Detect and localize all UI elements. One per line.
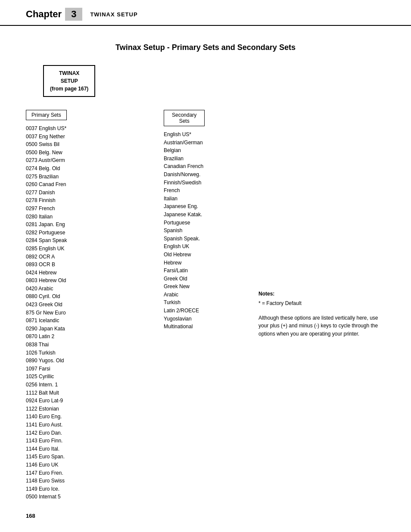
list-item: 0500 Internat 5 <box>26 493 146 501</box>
list-item: Greek Old <box>164 275 246 283</box>
twinax-box-line3: (from page 167) <box>50 86 88 92</box>
list-item: 0282 Portuguese <box>26 229 146 237</box>
list-item: Danish/Norweg. <box>164 171 246 179</box>
list-item: 0256 Intern. 1 <box>26 381 146 389</box>
list-item: 1143 Euro Finn. <box>26 437 146 445</box>
list-item: 1140 Euro Eng. <box>26 413 146 421</box>
list-item: 875 Gr New Euro <box>26 309 146 317</box>
list-item: 0420 Arabic <box>26 285 146 293</box>
list-item: 0260 Canad Fren <box>26 180 146 189</box>
list-item: 0893 OCR B <box>26 261 146 269</box>
list-item: Arabic <box>164 291 246 299</box>
list-item: Multinational <box>164 323 246 331</box>
list-item: 0281 Japan. Eng <box>26 221 146 229</box>
list-item: 0273 Austr/Germ <box>26 156 146 165</box>
list-item: 1122 Estonian <box>26 405 146 413</box>
primary-sets-box: Primary Sets <box>26 110 67 120</box>
list-item: 1145 Euro Span. <box>26 453 146 461</box>
list-item: 0924 Euro Lat-9 <box>26 397 146 405</box>
twinax-box-line2: SETUP <box>61 78 78 84</box>
list-item: Latin 2/ROECE <box>164 307 246 315</box>
list-item: Hebrew <box>164 259 246 267</box>
list-item: English UK <box>164 243 246 251</box>
secondary-sets-label: SecondarySets <box>172 112 196 124</box>
notes-title: Notes: <box>258 291 385 297</box>
list-item: 1141 Euro Aust. <box>26 421 146 429</box>
list-item: 0500 Swiss Bil <box>26 140 146 149</box>
secondary-sets-list: English US*Austrian/GermanBelgianBrazili… <box>164 131 246 331</box>
list-item: Spanish <box>164 227 246 235</box>
secondary-sets-box: SecondarySets <box>164 110 205 126</box>
list-item: 1026 Turkish <box>26 349 146 357</box>
list-item: Austrian/German <box>164 139 246 147</box>
list-item: 0285 English UK <box>26 245 146 253</box>
list-item: 0290 Japan Kata <box>26 325 146 333</box>
list-item: 1147 Euro Fren. <box>26 469 146 477</box>
list-item: 0892 OCR A <box>26 253 146 261</box>
list-item: 0277 Danish <box>26 189 146 197</box>
secondary-sets-column: SecondarySets English US*Austrian/German… <box>146 110 246 501</box>
list-item: 0871 Icelandic <box>26 317 146 325</box>
list-item: Turkish <box>164 299 246 307</box>
list-item: 0278 Finnish <box>26 196 146 205</box>
list-item: 0870 Latin 2 <box>26 333 146 341</box>
header-title: TWINAX SETUP <box>90 11 137 18</box>
notes-column: Notes: * = Factory Default Although thes… <box>246 110 385 501</box>
list-item: Yugoslavian <box>164 315 246 323</box>
list-item: Italian <box>164 195 246 203</box>
list-item: French <box>164 187 246 195</box>
twinax-setup-box: TWINAX SETUP (from page 167) <box>43 65 95 97</box>
list-item: 0274 Belg. Old <box>26 165 146 173</box>
list-item: 1097 Farsi <box>26 365 146 373</box>
list-item: 1112 Balt Mult <box>26 389 146 397</box>
list-item: 0424 Hebrew <box>26 269 146 277</box>
list-item: Japanese Katak. <box>164 211 246 219</box>
list-item: Spanish Speak. <box>164 235 246 243</box>
list-item: 0037 Eng Nether <box>26 133 146 141</box>
list-item: Japanese Eng. <box>164 202 246 211</box>
chapter-label: Chapter <box>26 9 62 20</box>
primary-sets-column: Primary Sets 0037 English US*0037 Eng Ne… <box>26 110 146 501</box>
main-content: Primary Sets 0037 English US*0037 Eng Ne… <box>26 110 385 501</box>
list-item: 1144 Euro Ital. <box>26 445 146 453</box>
page-title: Twinax Setup - Primary Sets and Secondar… <box>26 43 385 52</box>
twinax-box-line1: TWINAX <box>59 70 79 76</box>
list-item: 0880 Cyril. Old <box>26 292 146 301</box>
list-item: Brazilian <box>164 155 246 163</box>
list-item: 0280 Italian <box>26 213 146 221</box>
list-item: 0275 Brazilian <box>26 173 146 181</box>
list-item: 1149 Euro Ice. <box>26 485 146 493</box>
page-header: Chapter 3 TWINAX SETUP <box>0 0 411 26</box>
list-item: 0838 Thai <box>26 341 146 349</box>
list-item: 1025 Cyrillic <box>26 373 146 381</box>
notes-factory-default: * = Factory Default <box>258 299 385 308</box>
list-item: English US* <box>164 131 246 139</box>
list-item: Greek New <box>164 283 246 291</box>
list-item: Canadian French <box>164 162 246 171</box>
list-item: 0500 Belg. New <box>26 149 146 157</box>
list-item: Belgian <box>164 146 246 155</box>
list-item: 0284 Span Speak <box>26 236 146 245</box>
list-item: Old Hebrew <box>164 251 246 259</box>
chapter-number: 3 <box>65 8 82 21</box>
list-item: 0890 Yugos. Old <box>26 357 146 365</box>
notes-description: Although these options are listed vertic… <box>258 314 385 338</box>
list-item: 1148 Euro Swiss <box>26 477 146 485</box>
list-item: Farsi/Latin <box>164 267 246 275</box>
list-item: 0803 Hebrew Old <box>26 277 146 285</box>
primary-sets-label: Primary Sets <box>31 112 61 118</box>
list-item: 0423 Greek Old <box>26 301 146 309</box>
list-item: 0037 English US* <box>26 124 146 133</box>
list-item: 1146 Euro UK <box>26 461 146 469</box>
page-container: Chapter 3 TWINAX SETUP Twinax Setup - Pr… <box>0 0 411 532</box>
list-item: 1142 Euro Dan. <box>26 429 146 437</box>
list-item: 0297 French <box>26 205 146 213</box>
page-number: 168 <box>26 513 35 519</box>
primary-sets-list: 0037 English US*0037 Eng Nether0500 Swis… <box>26 124 146 501</box>
list-item: Finnish/Swedish <box>164 179 246 187</box>
list-item: Portuguese <box>164 219 246 227</box>
